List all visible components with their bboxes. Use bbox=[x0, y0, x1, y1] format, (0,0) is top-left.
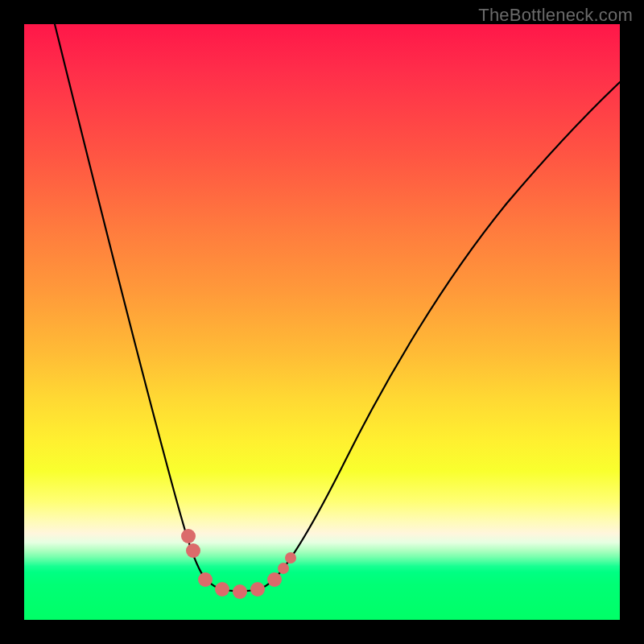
left-upper-dot bbox=[181, 529, 196, 543]
right-upper-2 bbox=[285, 552, 296, 564]
bottleneck-curve bbox=[55, 24, 620, 591]
valley-mid-dot bbox=[233, 584, 247, 599]
chart-plot-area bbox=[24, 24, 620, 620]
right-base-dot bbox=[267, 572, 282, 587]
chart-svg bbox=[24, 24, 620, 620]
left-lower-dot bbox=[186, 543, 200, 558]
watermark-text: TheBottleneck.com bbox=[478, 5, 633, 26]
left-base-dot bbox=[198, 572, 213, 587]
valley-left-dot bbox=[215, 582, 229, 597]
right-upper-1 bbox=[278, 563, 289, 574]
valley-right-dot bbox=[250, 582, 265, 597]
